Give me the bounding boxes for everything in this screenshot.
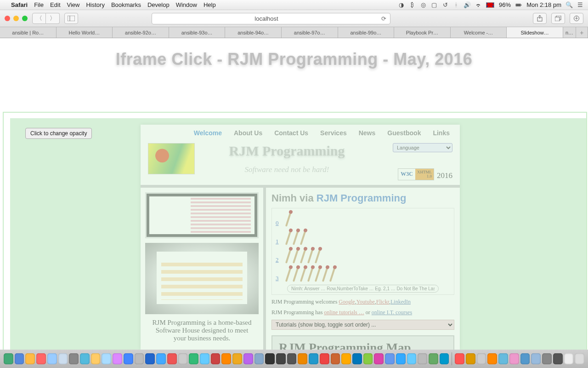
dock-app-icon[interactable] (243, 353, 253, 364)
nimh-row-label[interactable]: 1 (276, 238, 282, 245)
dock-app-icon[interactable] (69, 353, 79, 364)
nav-links[interactable]: Links (433, 129, 450, 137)
dock-app-icon[interactable] (124, 353, 133, 364)
w3c-badge[interactable]: W3C XHTML1.0 (398, 168, 434, 180)
match-stick-icon[interactable] (300, 230, 306, 245)
match-stick-icon[interactable] (293, 230, 299, 245)
dock-app-icon[interactable] (4, 353, 13, 364)
target-icon[interactable]: ◎ (420, 2, 426, 8)
tab-2[interactable]: ansible-92o… (113, 27, 169, 38)
dock-app-icon[interactable] (374, 353, 384, 364)
dock-app-icon[interactable] (531, 353, 541, 364)
tab-3[interactable]: ansible-93o… (169, 27, 226, 38)
match-stick-icon[interactable] (300, 248, 306, 264)
match-stick-icon[interactable] (293, 248, 299, 264)
match-stick-icon[interactable] (307, 266, 314, 282)
flag-icon[interactable] (486, 2, 494, 8)
dock-app-icon[interactable] (232, 353, 242, 364)
nimh-answer-input[interactable] (287, 285, 439, 293)
dock-app-icon[interactable] (575, 353, 584, 364)
dock-app-icon[interactable] (156, 353, 166, 364)
thumbnail-1[interactable] (145, 192, 259, 238)
match-stick-icon[interactable] (329, 266, 336, 282)
match-stick-icon[interactable] (293, 266, 299, 282)
tab-0[interactable]: ansible | Ro… (0, 27, 57, 38)
share-button[interactable] (533, 13, 547, 24)
reload-icon[interactable]: ⟳ (381, 15, 386, 22)
dock-app-icon[interactable] (91, 353, 101, 364)
minimize-window-button[interactable] (13, 16, 19, 21)
tab-8[interactable]: Welcome -… (451, 27, 507, 38)
menu-file[interactable]: File (34, 1, 44, 8)
dock-app-icon[interactable] (498, 353, 508, 364)
dock-app-icon[interactable] (113, 353, 122, 364)
dock-app-icon[interactable] (440, 353, 449, 364)
dock-app-icon[interactable] (487, 353, 497, 364)
match-stick-icon[interactable] (315, 266, 321, 282)
close-window-button[interactable] (5, 16, 10, 21)
dock-app-icon[interactable] (352, 353, 362, 364)
dock-app-icon[interactable] (287, 353, 297, 364)
tab-4[interactable]: ansible-94o… (225, 27, 282, 38)
nav-news[interactable]: News (359, 129, 376, 137)
site-logo[interactable] (148, 143, 195, 174)
menu-edit[interactable]: Edit (50, 1, 60, 8)
dock-app-icon[interactable] (200, 353, 209, 364)
dock-app-icon[interactable] (466, 353, 475, 364)
dock-app-icon[interactable] (320, 353, 329, 364)
nimh-link[interactable]: RJM Programming (317, 192, 407, 204)
dock-app-icon[interactable] (211, 353, 220, 364)
dock-app-icon[interactable] (509, 353, 519, 364)
dock-app-icon[interactable] (520, 353, 530, 364)
dock-app-icon[interactable] (15, 353, 24, 364)
match-stick-icon[interactable] (285, 266, 292, 282)
dock-app-icon[interactable] (385, 353, 395, 364)
menu-bookmarks[interactable]: Bookmarks (111, 1, 141, 8)
thumbnail-2[interactable] (145, 243, 259, 314)
dock-app-icon[interactable] (455, 353, 464, 364)
bitcoin-icon[interactable]: ₿ (409, 2, 415, 8)
wifi-icon[interactable] (475, 2, 481, 8)
menu-window[interactable]: Window (176, 1, 197, 8)
tab-9[interactable]: Slideshow… (507, 27, 563, 38)
dock-app-icon[interactable] (265, 353, 275, 364)
airplay-icon[interactable]: ▢ (431, 2, 437, 8)
tab-6[interactable]: ansible-99o… (338, 27, 395, 38)
menu-history[interactable]: History (86, 1, 104, 8)
nav-services[interactable]: Services (320, 129, 347, 137)
new-tab-button[interactable]: + (576, 27, 588, 38)
downloads-button[interactable] (570, 13, 583, 24)
nav-contact[interactable]: Contact Us (274, 129, 308, 137)
match-stick-icon[interactable] (322, 266, 328, 282)
dock-app-icon[interactable] (407, 353, 417, 364)
address-bar[interactable]: localhost ⟳ (152, 13, 390, 24)
link-courses[interactable]: online I.T. courses (372, 309, 412, 316)
dock-app-icon[interactable] (418, 353, 427, 364)
dock-app-icon[interactable] (254, 353, 264, 364)
match-stick-icon[interactable] (307, 248, 314, 264)
back-button[interactable]: 〈 (32, 13, 46, 24)
match-stick-icon[interactable] (285, 211, 292, 227)
bluetooth-icon[interactable]: ᚼ (453, 2, 459, 8)
dock-app-icon[interactable] (36, 353, 46, 364)
dock-app-icon[interactable] (298, 353, 307, 364)
dock-app-icon[interactable] (47, 353, 57, 364)
language-select[interactable]: Language (393, 143, 452, 152)
link-youtube[interactable]: Youtube (356, 299, 375, 305)
tabs-overview-button[interactable] (551, 13, 565, 24)
change-opacity-button[interactable]: Click to change opacity (25, 128, 92, 139)
dock-app-icon[interactable] (429, 353, 438, 364)
dock-app-icon[interactable] (477, 353, 486, 364)
timemachine-icon[interactable]: ↺ (442, 2, 448, 8)
link-google[interactable]: Google (339, 299, 355, 305)
dock-app-icon[interactable] (145, 353, 155, 364)
dock-app-icon[interactable] (564, 353, 574, 364)
nav-guestbook[interactable]: Guestbook (387, 129, 421, 137)
app-name[interactable]: Safari (11, 1, 28, 8)
spotlight-icon[interactable]: 🔍 (566, 2, 572, 8)
forward-button[interactable]: 〉 (46, 13, 60, 24)
tab-7[interactable]: Playbook Pr… (394, 27, 451, 38)
battery-icon[interactable] (515, 2, 522, 8)
link-tutorials[interactable]: online tutorials … (324, 309, 364, 316)
tab-5[interactable]: ansible-97o… (282, 27, 338, 38)
